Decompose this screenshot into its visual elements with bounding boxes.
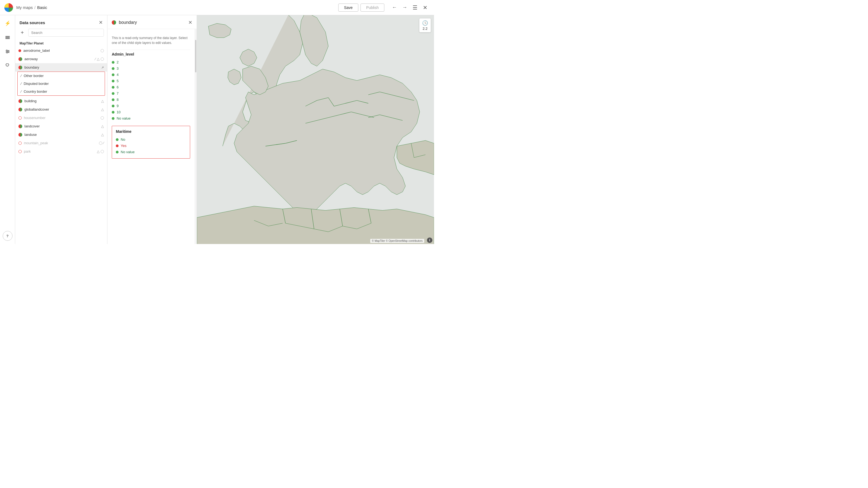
svg-point-7 bbox=[8, 51, 9, 52]
help-icon[interactable]: ? bbox=[3, 231, 12, 241]
sub-item-label: Disputed border bbox=[24, 82, 49, 86]
layer-dot-red bbox=[19, 50, 21, 52]
layer-item-housenumber[interactable]: housenumber bbox=[15, 113, 107, 122]
layer-dot-half bbox=[19, 57, 22, 61]
maritime-item-no-value: No value bbox=[116, 149, 186, 155]
sub-item-label: Country border bbox=[24, 90, 47, 94]
breadcrumb-link[interactable]: My maps bbox=[16, 5, 33, 10]
layer-actions: △ bbox=[101, 124, 104, 128]
bp-close-button[interactable]: ✕ bbox=[188, 20, 192, 26]
map-info-button[interactable]: i bbox=[427, 237, 432, 243]
layers-icon[interactable] bbox=[3, 33, 12, 42]
line-icon: ∕ bbox=[103, 141, 104, 145]
layer-item-globallandcover[interactable]: globallandcover △ bbox=[15, 105, 107, 113]
layer-item-building[interactable]: building △ bbox=[15, 97, 107, 105]
polygon-icon: △ bbox=[101, 124, 104, 128]
panel-close-button[interactable]: ✕ bbox=[99, 20, 103, 26]
svg-rect-2 bbox=[5, 38, 10, 39]
polygon-icon: △ bbox=[101, 107, 104, 111]
attr-value: 3 bbox=[117, 66, 119, 70]
layer-item-boundary[interactable]: boundary ↗ bbox=[15, 63, 107, 72]
sub-item-disputed-border[interactable]: ∕ Disputed border bbox=[18, 80, 105, 88]
maritime-item-yes: Yes bbox=[116, 142, 186, 149]
attr-value: 10 bbox=[117, 110, 120, 114]
attr-value: No value bbox=[117, 116, 130, 120]
zoom-level: 2.2 bbox=[423, 27, 428, 31]
attr-dot bbox=[112, 92, 115, 95]
attr-value: 7 bbox=[117, 91, 119, 95]
topbar-actions: Save Publish bbox=[338, 3, 384, 12]
layers-list: aerodrome_label aeroway ∕ △ boundary bbox=[15, 46, 107, 244]
bp-header: boundary ✕ bbox=[107, 15, 197, 29]
attr-dot bbox=[112, 111, 115, 113]
maritime-label: Yes bbox=[121, 144, 126, 148]
layer-item-landuse[interactable]: landuse △ bbox=[15, 130, 107, 139]
layer-item-aerodrome-label[interactable]: aerodrome_label bbox=[15, 46, 107, 55]
menu-button[interactable]: ☰ bbox=[410, 3, 420, 12]
sub-item-other-border[interactable]: ∕ Other border bbox=[18, 72, 105, 80]
save-button[interactable]: Save bbox=[338, 3, 358, 12]
add-layer-button[interactable]: + bbox=[19, 29, 26, 37]
layer-name: landuse bbox=[24, 133, 99, 137]
sliders-icon[interactable] bbox=[3, 46, 12, 56]
layer-shape-circle bbox=[101, 49, 104, 52]
polygon-icon: △ bbox=[101, 99, 104, 103]
lightning-icon[interactable]: ⚡ bbox=[3, 19, 12, 28]
boundary-detail-panel: boundary ✕ This is a read-only summary o… bbox=[107, 15, 197, 244]
layer-name: aeroway bbox=[24, 57, 93, 61]
layer-name: landcover bbox=[24, 124, 99, 128]
layer-item-aeroway[interactable]: aeroway ∕ △ bbox=[15, 55, 107, 63]
bp-scroll-area[interactable]: This is a read-only summary of the data … bbox=[107, 29, 194, 244]
layer-actions bbox=[101, 116, 104, 120]
forward-button[interactable]: → bbox=[400, 3, 409, 11]
bp-title: boundary bbox=[119, 20, 186, 25]
layer-dot-half bbox=[19, 133, 22, 137]
layer-item-park[interactable]: park △ bbox=[15, 147, 107, 156]
layer-name: mountain_peak bbox=[24, 141, 97, 145]
layer-group-title: MapTiler Planet bbox=[15, 40, 107, 46]
zoom-control[interactable]: 🕓 2.2 bbox=[420, 19, 431, 32]
admin-level-item-8: 8 bbox=[112, 97, 190, 103]
search-input[interactable] bbox=[28, 29, 104, 37]
layer-actions: △ bbox=[101, 133, 104, 137]
layer-name: boundary bbox=[24, 65, 99, 69]
maritime-label: No bbox=[121, 137, 125, 141]
scrollbar-thumb bbox=[195, 40, 196, 72]
scrollbar[interactable] bbox=[194, 29, 197, 244]
layer-dot-half bbox=[19, 124, 22, 128]
sub-item-label: Other border bbox=[24, 74, 44, 78]
layer-item-landcover[interactable]: landcover △ bbox=[15, 122, 107, 130]
layer-name: building bbox=[24, 99, 99, 103]
panel-header: Data sources ✕ bbox=[15, 15, 107, 29]
maritime-dot bbox=[116, 144, 119, 147]
app-logo bbox=[4, 3, 13, 12]
publish-button[interactable]: Publish bbox=[361, 3, 384, 12]
layer-name: housenumber bbox=[24, 116, 98, 120]
attr-dot bbox=[112, 80, 115, 83]
svg-rect-1 bbox=[5, 37, 10, 38]
circle-icon bbox=[99, 141, 102, 145]
layer-name: globallandcover bbox=[24, 107, 99, 111]
puzzle-icon[interactable] bbox=[3, 61, 12, 70]
maritime-section: Maritime No Yes No value bbox=[112, 126, 190, 159]
back-button[interactable]: ← bbox=[390, 3, 399, 11]
layer-name: park bbox=[24, 150, 95, 154]
map-svg bbox=[197, 15, 434, 244]
sub-item-country-border[interactable]: ∕ Country border bbox=[18, 88, 105, 95]
search-row: + bbox=[15, 29, 107, 40]
circle-icon bbox=[101, 116, 104, 120]
attr-dot bbox=[112, 61, 115, 64]
breadcrumb-current: Basic bbox=[37, 5, 47, 10]
maritime-item-no: No bbox=[116, 136, 186, 142]
layer-item-mountain-peak[interactable]: mountain_peak ∕ bbox=[15, 139, 107, 147]
attr-dot bbox=[112, 98, 115, 101]
layer-name: aerodrome_label bbox=[23, 48, 98, 53]
close-button[interactable]: ✕ bbox=[421, 3, 430, 12]
map-area[interactable]: 🕓 2.2 © MapTiler © OpenStreetMap contrib… bbox=[197, 15, 434, 244]
line-icon: ∕ bbox=[21, 74, 22, 78]
maritime-label: No value bbox=[121, 150, 134, 154]
bp-dot bbox=[112, 20, 116, 25]
main-content: ⚡ ? Data bbox=[0, 15, 434, 244]
layer-dot-half bbox=[19, 99, 22, 103]
breadcrumb-sep: / bbox=[34, 5, 35, 10]
